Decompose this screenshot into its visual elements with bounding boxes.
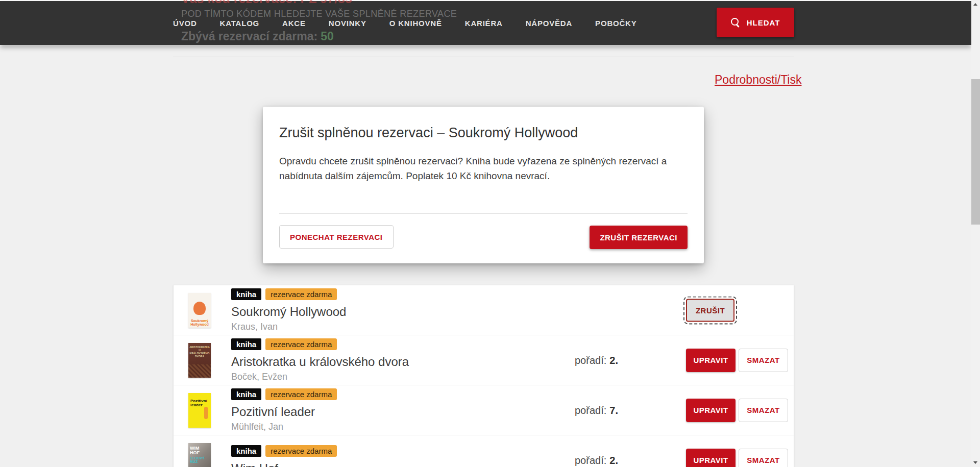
nav-item-7[interactable]: POBOČKY: [595, 19, 636, 28]
row-actions: UPRAVITSMAZAT: [686, 399, 788, 422]
book-cover-subtitle-text: LEDOVÝ MUŽ: [190, 456, 211, 463]
queue-position: pořadí:2.: [575, 354, 618, 366]
row-delete-button[interactable]: SMAZAT: [739, 349, 788, 372]
queue-position-label: pořadí:: [575, 404, 606, 415]
queue-position-label: pořadí:: [575, 454, 606, 465]
keep-reservation-button[interactable]: PONECHAT REZERVACI: [279, 225, 394, 249]
book-author: Boček, Evžen: [231, 372, 409, 382]
book-author: Mühlfeit, Jan: [231, 422, 337, 432]
book-cover-thumbnail: Pozitivní leader: [188, 393, 211, 428]
book-cover-thumbnail: Soukromý Hollywood: [188, 293, 211, 328]
nav-item-3[interactable]: NOVINKY: [329, 19, 366, 28]
row-actions: ZRUŠIT: [686, 299, 734, 322]
scrollbar-thumb[interactable]: [971, 79, 980, 225]
reservation-row: ARISTOKRATKA U KRÁLOVSKÉHO DVORA knihare…: [174, 335, 794, 385]
search-button-label: HLEDAT: [747, 18, 780, 27]
book-cover-thumbnail: WIM HOF LEDOVÝ MUŽ: [188, 443, 211, 467]
row-actions: UPRAVITSMAZAT: [686, 349, 788, 372]
book-title: Aristokratka u královského dvora: [231, 355, 409, 369]
badges: kniharezervace zdarma: [231, 445, 337, 457]
book-cover-title-text: Soukromý Hollywood: [189, 319, 210, 326]
queue-position-value: 7.: [609, 404, 618, 415]
badge: kniha: [231, 338, 261, 350]
nav-item-6[interactable]: NÁPOVĚDA: [526, 19, 572, 28]
search-button[interactable]: HLEDAT: [717, 8, 794, 37]
book-cover-title-text: WIM HOF: [190, 446, 210, 455]
cancel-reservation-dialog: Zrušit splněnou rezervaci – Soukromý Hol…: [263, 107, 704, 263]
book-cover-title-text: Pozitivní leader: [190, 399, 210, 407]
row-delete-button[interactable]: SMAZAT: [739, 449, 788, 467]
badges: kniharezervace zdarma: [231, 388, 337, 400]
nav-item-5[interactable]: KARIÉRA: [465, 19, 503, 28]
reservation-row: WIM HOF LEDOVÝ MUŽ kniharezervace zdarma…: [174, 435, 794, 467]
dialog-divider: [279, 213, 688, 214]
nav-menu: ÚVODKATALOGAKCENOVINKYO KNIHOVNĚKARIÉRAN…: [173, 1, 637, 45]
row-cancel-button[interactable]: ZRUŠIT: [686, 299, 734, 322]
badge: kniha: [231, 388, 261, 400]
badge: kniha: [231, 445, 261, 457]
badges: kniharezervace zdarma: [231, 338, 409, 350]
queue-position-label: pořadí:: [575, 354, 606, 365]
book-cover-thumbnail: ARISTOKRATKA U KRÁLOVSKÉHO DVORA: [188, 343, 211, 378]
reservations-list: Soukromý Hollywood kniharezervace zdarma…: [173, 285, 794, 467]
badge: rezervace zdarma: [265, 338, 337, 350]
row-edit-button[interactable]: UPRAVIT: [686, 399, 736, 422]
queue-position: pořadí:7.: [575, 404, 618, 416]
details-print-link[interactable]: Podrobnosti/Tisk: [715, 73, 801, 87]
row-delete-button[interactable]: SMAZAT: [739, 399, 788, 422]
book-title: Soukromý Hollywood: [231, 305, 346, 319]
scrollbar-up-arrow[interactable]: [971, 0, 980, 9]
book-title: Wim Hof: [231, 461, 337, 467]
row-edit-button[interactable]: UPRAVIT: [686, 349, 736, 372]
reservation-row: Soukromý Hollywood kniharezervace zdarma…: [174, 285, 794, 335]
main-navbar: ÚVODKATALOGAKCENOVINKYO KNIHOVNĚKARIÉRAN…: [0, 1, 971, 45]
nav-item-4[interactable]: O KNIHOVNĚ: [389, 19, 442, 28]
reservation-row: Pozitivní leader kniharezervace zdarma P…: [174, 385, 794, 435]
cancel-reservation-button[interactable]: ZRUŠIT REZERVACI: [590, 226, 688, 249]
book-cover-title-text: ARISTOKRATKA U KRÁLOVSKÉHO DVORA: [189, 346, 210, 358]
search-icon: [731, 18, 740, 27]
queue-position: pořadí:2.: [575, 454, 618, 466]
row-edit-button[interactable]: UPRAVIT: [686, 449, 736, 467]
badge: kniha: [231, 288, 261, 300]
book-author: Kraus, Ivan: [231, 322, 346, 332]
row-actions: UPRAVITSMAZAT: [686, 449, 788, 467]
content-divider: [173, 57, 794, 57]
scrollbar-down-arrow[interactable]: [971, 458, 980, 467]
vertical-scrollbar[interactable]: [971, 0, 980, 467]
nav-item-0[interactable]: ÚVOD: [173, 19, 197, 28]
badge: rezervace zdarma: [265, 388, 337, 400]
badges: kniharezervace zdarma: [231, 288, 346, 300]
nav-item-1[interactable]: KATALOG: [220, 19, 260, 28]
nav-item-2[interactable]: AKCE: [282, 19, 306, 28]
dialog-title: Zrušit splněnou rezervaci – Soukromý Hol…: [279, 125, 688, 141]
book-title: Pozitivní leader: [231, 405, 337, 419]
queue-position-value: 2.: [609, 354, 618, 365]
badge: rezervace zdarma: [265, 445, 337, 457]
badge: rezervace zdarma: [265, 288, 337, 300]
queue-position-value: 2.: [609, 454, 618, 465]
dialog-message: Opravdu chcete zrušit splněnou rezervaci…: [279, 154, 688, 183]
